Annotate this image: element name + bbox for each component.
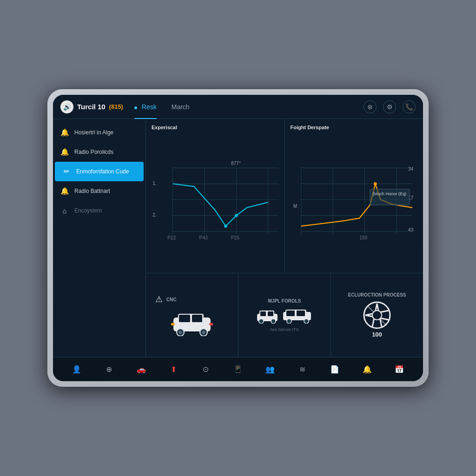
- panel-ecluroction: Ecluroction Process: [331, 273, 423, 357]
- svg-text:M: M: [293, 204, 297, 209]
- aperture-wrap: 100: [363, 301, 391, 338]
- bluetooth-icon[interactable]: ⊛: [364, 100, 377, 113]
- header-tabs: Resk March: [134, 101, 364, 112]
- header-subtitle: (815): [109, 103, 123, 110]
- chart-left-svg: 1. 2. P22 P43 P25 877°: [152, 134, 279, 265]
- tab-march[interactable]: March: [172, 101, 190, 112]
- svg-rect-42: [171, 323, 175, 325]
- svg-text:43: 43: [408, 227, 413, 232]
- nav-calendar-icon[interactable]: 📅: [392, 362, 407, 377]
- phone-icon[interactable]: 📞: [403, 100, 416, 113]
- chart-left-title: Experiscal: [152, 125, 279, 130]
- cnc-label: CNC: [166, 297, 177, 302]
- svg-text:150: 150: [359, 235, 367, 240]
- tablet-screen: 🔊 Turcil 10 (815) Resk March ⊛ ⚙ 📞: [53, 95, 423, 381]
- svg-point-55: [304, 319, 309, 324]
- svg-rect-52: [286, 311, 295, 316]
- logo-icon: 🔊: [60, 100, 73, 113]
- nav-navigation-icon[interactable]: ⬆: [166, 362, 181, 377]
- svg-text:2.: 2.: [152, 212, 157, 218]
- aperture-svg: [363, 301, 391, 329]
- small-cars: [256, 307, 313, 324]
- nav-car-icon[interactable]: 🚗: [134, 362, 149, 377]
- main-content: 🔔 Hosiertrl in Alge 🔔 Radio Porolicds ✏ …: [53, 119, 423, 357]
- svg-text:P22: P22: [167, 235, 176, 240]
- panel-mjpl: Mjpl Forols: [238, 273, 331, 357]
- nav-document-icon[interactable]: 📄: [327, 362, 342, 377]
- nav-bell-icon[interactable]: 🔔: [360, 362, 375, 377]
- mjpl-sublabel: Not Servce ITS: [270, 327, 298, 332]
- chart-right-area: 34 17 43 150 M (Much Honor (Eq): [291, 134, 418, 265]
- svg-point-48: [259, 319, 264, 324]
- sidebar-item-2[interactable]: 🔔 Radio Porolicds: [53, 142, 145, 162]
- nav-phone-panel-icon[interactable]: 📱: [231, 362, 245, 377]
- bottom-nav: 👤 ⊕ 🚗 ⬆ ⊙ 📱 👥 ≋ 📄 🔔 📅: [53, 357, 423, 381]
- chart-left-area: 1. 2. P22 P43 P25 877°: [152, 134, 279, 265]
- svg-text:877°: 877°: [231, 161, 241, 166]
- bottom-panels: ⚠ CNC: [146, 273, 423, 357]
- aperture-value: 100: [372, 331, 382, 338]
- nav-person-icon[interactable]: 👤: [69, 362, 84, 377]
- svg-text:P25: P25: [231, 235, 240, 240]
- chart-right-svg: 34 17 43 150 M (Much Honor (Eq): [291, 134, 418, 265]
- small-car-2-svg: [281, 307, 313, 324]
- panel-cnc: ⚠ CNC: [146, 273, 238, 357]
- svg-point-49: [271, 319, 276, 324]
- settings-icon[interactable]: ⚙: [383, 100, 396, 113]
- sidebar-item-4[interactable]: 🔔 Radio Battnart: [53, 181, 145, 201]
- chart-right-title: Foight Derspate: [291, 125, 418, 130]
- bell-icon-1: 🔔: [60, 127, 70, 138]
- home-icon: ⌂: [60, 205, 70, 216]
- bell-icon-2: 🔔: [60, 147, 70, 157]
- sidebar-item-3[interactable]: ✏ Enmofornfation Cude: [55, 162, 144, 181]
- svg-rect-37: [192, 315, 202, 322]
- svg-rect-43: [209, 323, 213, 325]
- svg-point-39: [179, 331, 182, 334]
- mjpl-label: Mjpl Forols: [268, 298, 301, 304]
- header-logo: 🔊 Turcil 10 (815): [60, 100, 123, 113]
- svg-rect-46: [260, 311, 266, 316]
- svg-text:(Much Honor (Eq): (Much Honor (Eq): [372, 192, 406, 196]
- header-title: Turcil 10: [77, 103, 106, 111]
- svg-text:34: 34: [408, 166, 413, 172]
- header: 🔊 Turcil 10 (815) Resk March ⊛ ⚙ 📞: [53, 95, 423, 119]
- svg-rect-47: [268, 311, 273, 316]
- svg-point-62: [372, 311, 382, 320]
- sidebar-item-1[interactable]: 🔔 Hosiertrl in Alge: [53, 123, 145, 142]
- svg-point-41: [202, 331, 205, 334]
- tab-dot: [134, 106, 137, 109]
- ecluroction-label: Ecluroction Process: [348, 292, 406, 298]
- warning-icon: ⚠: [155, 294, 163, 304]
- svg-point-16: [235, 214, 238, 217]
- svg-point-33: [373, 182, 377, 185]
- bell-icon-3: 🔔: [60, 186, 70, 196]
- chart-left: Experiscal: [146, 119, 285, 273]
- nav-add-icon[interactable]: ⊕: [101, 362, 116, 377]
- charts-area: Experiscal: [146, 119, 423, 357]
- edit-icon: ✏: [61, 166, 72, 177]
- svg-rect-36: [179, 315, 190, 322]
- svg-point-15: [224, 225, 227, 228]
- svg-point-54: [287, 319, 291, 324]
- tab-resk[interactable]: Resk: [134, 101, 157, 112]
- tablet-outer: 🔊 Turcil 10 (815) Resk March ⊛ ⚙ 📞: [47, 89, 429, 387]
- nav-signal-icon[interactable]: ≋: [295, 362, 310, 377]
- chart-right: Foight Derspate: [285, 119, 423, 273]
- nav-group-icon[interactable]: 👥: [263, 362, 278, 377]
- car-svg-large: [169, 308, 215, 336]
- small-car-1-svg: [256, 307, 279, 324]
- header-icons: ⊛ ⚙ 📞: [364, 100, 416, 113]
- charts-top: Experiscal: [146, 119, 423, 273]
- svg-rect-53: [297, 311, 305, 316]
- svg-text:1.: 1.: [152, 181, 157, 186]
- nav-location-icon[interactable]: ⊙: [198, 362, 213, 377]
- sidebar-item-5[interactable]: ⌂ Encoystem: [53, 201, 145, 220]
- sidebar: 🔔 Hosiertrl in Alge 🔔 Radio Porolicds ✏ …: [53, 119, 146, 357]
- svg-text:P43: P43: [199, 235, 208, 240]
